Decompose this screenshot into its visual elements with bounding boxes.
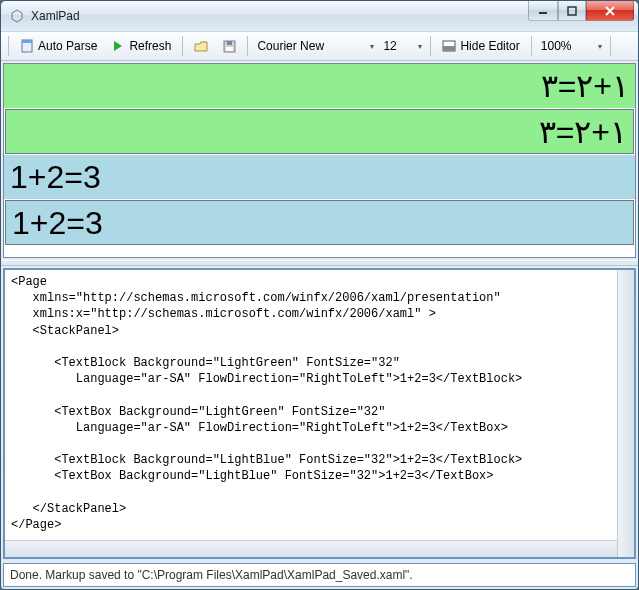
svg-rect-8 [443,46,455,51]
hide-editor-label: Hide Editor [460,39,519,53]
separator [610,36,611,56]
svg-rect-1 [568,7,576,15]
hide-editor-button[interactable]: Hide Editor [436,36,525,56]
svg-rect-3 [22,40,32,43]
save-icon [222,39,236,53]
separator [247,36,248,56]
toolbar: Auto Parse Refresh Courier New ▾ 12 [1,31,638,61]
preview-pane: ١+٢=٣ ١+٢=٣ 1+2=3 1+2=3 [3,63,636,258]
window-title: XamlPad [31,9,80,23]
auto-parse-label: Auto Parse [38,39,97,53]
separator [8,36,9,56]
chevron-down-icon[interactable]: ▾ [415,42,425,51]
preview-textblock-latin: 1+2=3 [4,155,635,199]
chevron-down-icon[interactable]: ▾ [595,42,605,51]
status-bar: Done. Markup saved to "C:\Program Files\… [3,563,636,587]
splitter[interactable] [1,260,638,266]
refresh-label: Refresh [129,39,171,53]
preview-textblock-arabic: ١+٢=٣ [4,64,635,108]
separator [430,36,431,56]
preview-textbox-arabic[interactable]: ١+٢=٣ [5,109,634,155]
open-button[interactable] [188,36,214,56]
separator [182,36,183,56]
vertical-scrollbar[interactable] [617,270,634,557]
zoom-combo[interactable]: 100% [537,39,593,53]
font-family-combo[interactable]: Courier New [253,39,365,53]
document-icon [20,39,34,53]
svg-rect-6 [227,41,232,45]
hide-editor-icon [442,39,456,53]
preview-textbox-latin[interactable]: 1+2=3 [5,200,634,246]
minimize-button[interactable] [528,1,558,21]
refresh-button[interactable]: Refresh [105,36,177,56]
zoom-value: 100% [537,39,576,53]
font-family-value: Courier New [253,39,328,53]
app-window: XamlPad Auto Parse Refresh [0,0,639,590]
close-button[interactable] [586,1,634,21]
svg-rect-5 [226,47,233,51]
auto-parse-button[interactable]: Auto Parse [14,36,103,56]
open-icon [194,39,208,53]
status-text: Done. Markup saved to "C:\Program Files\… [10,568,413,582]
horizontal-scrollbar[interactable] [5,540,617,557]
play-icon [111,39,125,53]
app-icon [9,8,25,24]
font-size-combo[interactable]: 12 [379,39,413,53]
editor-pane[interactable]: <Page xmlns="http://schemas.microsoft.co… [3,268,636,559]
chevron-down-icon[interactable]: ▾ [367,42,377,51]
maximize-button[interactable] [558,1,586,21]
separator [531,36,532,56]
font-size-value: 12 [379,39,400,53]
xaml-editor[interactable]: <Page xmlns="http://schemas.microsoft.co… [5,270,634,537]
save-button[interactable] [216,36,242,56]
titlebar[interactable]: XamlPad [1,1,638,31]
